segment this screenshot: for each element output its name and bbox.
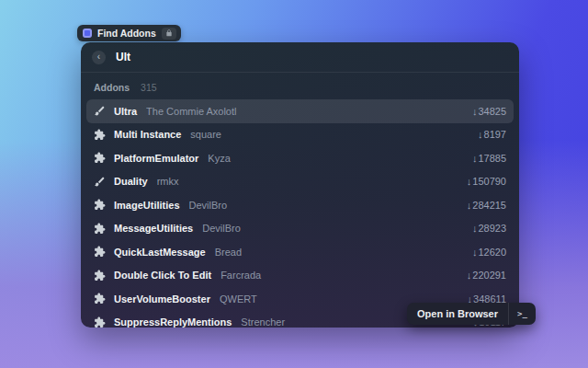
puzzle-icon — [94, 316, 106, 328]
puzzle-icon — [94, 246, 106, 258]
window-tag-label: Find Addons — [97, 28, 156, 39]
open-in-browser-button[interactable]: Open in Browser >_ — [407, 303, 536, 325]
list-header-label: Addons — [94, 82, 130, 93]
puzzle-icon — [94, 129, 106, 141]
addon-downloads: ↓28923 — [472, 223, 506, 234]
download-count: 8197 — [484, 129, 506, 140]
addon-downloads: ↓12620 — [472, 247, 506, 258]
addon-name: QuickLastMessage — [114, 247, 206, 258]
download-arrow-icon: ↓ — [472, 223, 478, 234]
addon-author: square — [190, 129, 478, 140]
addon-author: Bread — [215, 247, 472, 258]
addon-downloads: ↓220291 — [467, 270, 506, 281]
addon-row[interactable]: Double Click To Edit Farcrada ↓220291 — [86, 264, 514, 288]
addon-name: UserVolumeBooster — [114, 293, 210, 305]
addon-name: Double Click To Edit — [114, 270, 211, 281]
download-count: 28923 — [478, 223, 506, 234]
download-arrow-icon: ↓ — [467, 270, 472, 281]
addon-author: Kyza — [208, 153, 472, 164]
download-count: 150790 — [472, 176, 506, 187]
open-in-browser-label: Open in Browser — [407, 308, 508, 319]
addon-row[interactable]: Duality rmkx ↓150790 — [86, 170, 514, 194]
addon-downloads: ↓34825 — [472, 106, 506, 117]
addon-app-icon — [83, 29, 92, 38]
download-arrow-icon: ↓ — [472, 153, 478, 164]
addon-downloads: ↓17885 — [472, 153, 506, 164]
find-addons-panel: ‹ Ult Addons 315 Ultra The Commie Axolot… — [81, 42, 519, 328]
addon-row[interactable]: ImageUtilities DevilBro ↓284215 — [86, 193, 514, 217]
download-count: 17885 — [478, 153, 506, 164]
addon-name: ImageUtilities — [114, 200, 180, 211]
puzzle-icon — [94, 223, 106, 235]
addon-row[interactable]: Ultra The Commie Axolotl ↓34825 — [86, 99, 514, 123]
list-header: Addons 315 — [81, 73, 519, 98]
addon-downloads: ↓284215 — [467, 200, 506, 211]
addon-author: rmkx — [157, 176, 467, 187]
addon-list: Ultra The Commie Axolotl ↓34825 Multi In… — [81, 98, 519, 328]
download-count: 34825 — [478, 106, 506, 117]
addon-name: PlatformEmulator — [114, 153, 198, 164]
brush-icon — [94, 176, 106, 188]
addon-author: The Commie Axolotl — [146, 106, 472, 117]
download-arrow-icon: ↓ — [478, 129, 483, 140]
download-count: 12620 — [478, 247, 506, 258]
find-addons-window-tag[interactable]: Find Addons — [77, 25, 181, 41]
chevron-left-icon: ‹ — [97, 52, 100, 62]
addon-name: MessageUtilities — [114, 223, 193, 234]
download-count: 284215 — [472, 200, 506, 211]
addon-author: DevilBro — [202, 223, 472, 234]
puzzle-icon — [94, 293, 106, 305]
addon-row[interactable]: Multi Instance square ↓8197 — [86, 123, 514, 147]
addon-downloads: ↓150790 — [467, 176, 506, 187]
puzzle-icon — [94, 152, 106, 164]
download-count: 220291 — [472, 270, 506, 281]
addon-name: Multi Instance — [114, 129, 181, 140]
search-bar: ‹ Ult — [81, 42, 519, 73]
addon-row[interactable]: MessageUtilities DevilBro ↓28923 — [86, 217, 514, 241]
list-header-count: 315 — [141, 82, 157, 93]
back-button[interactable]: ‹ — [92, 51, 106, 64]
addon-row[interactable]: QuickLastMessage Bread ↓12620 — [86, 240, 514, 264]
addon-author: Farcrada — [220, 270, 467, 281]
lock-icon — [162, 28, 176, 40]
addon-row[interactable]: PlatformEmulator Kyza ↓17885 — [86, 146, 514, 170]
download-arrow-icon: ↓ — [472, 247, 478, 258]
addon-downloads: ↓8197 — [478, 129, 506, 140]
download-arrow-icon: ↓ — [467, 176, 472, 187]
addon-name: SuppressReplyMentions — [114, 316, 232, 328]
puzzle-icon — [94, 199, 106, 211]
puzzle-icon — [94, 270, 106, 282]
addon-name: Duality — [114, 176, 148, 187]
download-arrow-icon: ↓ — [472, 106, 478, 117]
download-arrow-icon: ↓ — [467, 200, 472, 211]
terminal-icon[interactable]: >_ — [509, 309, 536, 318]
addon-name: Ultra — [114, 106, 137, 117]
brush-icon — [94, 105, 106, 117]
addon-author: DevilBro — [189, 200, 467, 211]
search-input[interactable]: Ult — [116, 51, 130, 63]
